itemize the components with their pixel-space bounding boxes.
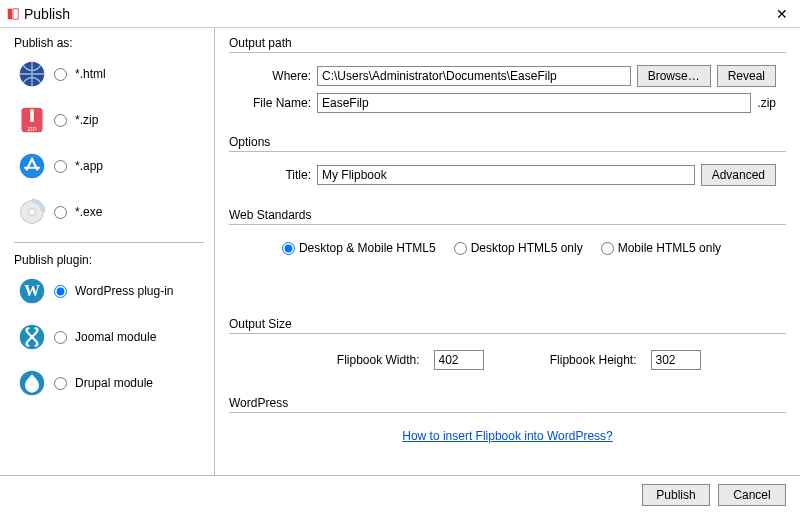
app-store-icon [18,152,46,180]
footer: Publish Cancel [0,475,800,513]
ws-mobile-label: Mobile HTML5 only [618,241,721,255]
flipbook-width-input[interactable] [434,350,484,370]
cancel-button[interactable]: Cancel [718,484,786,506]
output-size-group: Output Size Flipbook Width: Flipbook Hei… [229,317,786,390]
svg-text:ZIP: ZIP [27,125,37,132]
ws-both-label: Desktop & Mobile HTML5 [299,241,436,255]
drupal-icon [18,369,46,397]
ws-mobile-radio[interactable] [601,242,614,255]
filename-ext: .zip [757,96,776,110]
publish-as-html-label: *.html [75,67,106,81]
title-input[interactable] [317,165,695,185]
publish-as-zip-label: *.zip [75,113,98,127]
web-standards-group: Web Standards Desktop & Mobile HTML5 Des… [229,208,786,275]
where-label: Where: [239,69,311,83]
wordpress-help-link[interactable]: How to insert Flipbook into WordPress? [402,429,613,443]
publish-as-exe-label: *.exe [75,205,102,219]
publish-as-app-label: *.app [75,159,103,173]
publish-plugin-label: Publish plugin: [14,253,204,269]
titlebar: Publish ✕ [0,0,800,28]
filename-label: File Name: [239,96,311,110]
output-size-legend: Output Size [229,317,786,334]
disc-icon [18,198,46,226]
ws-mobile[interactable]: Mobile HTML5 only [601,241,721,255]
browse-button[interactable]: Browse… [637,65,711,87]
plugin-joomla[interactable]: Joomal module [18,321,204,353]
plugin-drupal[interactable]: Drupal module [18,367,204,399]
options-group: Options Title: Advanced [229,135,786,202]
publish-as-zip-radio[interactable] [54,114,67,127]
wordpress-icon: W [18,277,46,305]
svg-rect-2 [30,110,34,122]
svg-text:W: W [24,282,40,299]
publish-as-exe-radio[interactable] [54,206,67,219]
web-standards-legend: Web Standards [229,208,786,225]
right-panel: Output path Where: Browse… Reveal File N… [215,28,800,475]
window-title: Publish [24,6,70,22]
reveal-button[interactable]: Reveal [717,65,776,87]
publish-as-zip[interactable]: ZIP *.zip [18,104,204,136]
plugin-drupal-radio[interactable] [54,377,67,390]
plugin-joomla-radio[interactable] [54,331,67,344]
plugin-joomla-label: Joomal module [75,330,156,344]
publish-as-html[interactable]: *.html [18,58,204,90]
ws-desktop-label: Desktop HTML5 only [471,241,583,255]
plugin-wordpress-radio[interactable] [54,285,67,298]
flipbook-height-label: Flipbook Height: [532,353,637,367]
ws-both[interactable]: Desktop & Mobile HTML5 [282,241,436,255]
publish-as-label: Publish as: [14,36,204,52]
sidebar-separator [14,242,204,243]
plugin-wordpress-label: WordPress plug-in [75,284,173,298]
flipbook-height-input[interactable] [651,350,701,370]
output-path-legend: Output path [229,36,786,53]
joomla-icon [18,323,46,351]
publish-as-html-radio[interactable] [54,68,67,81]
sidebar: Publish as: *.html ZIP *.zip *.app [0,28,215,475]
wordpress-group: WordPress How to insert Flipbook into Wo… [229,396,786,467]
publish-as-app[interactable]: *.app [18,150,204,182]
wordpress-legend: WordPress [229,396,786,413]
close-icon[interactable]: ✕ [770,4,794,24]
ws-both-radio[interactable] [282,242,295,255]
flipbook-width-label: Flipbook Width: [315,353,420,367]
app-icon [6,7,20,21]
title-label: Title: [239,168,311,182]
advanced-button[interactable]: Advanced [701,164,776,186]
publish-as-app-radio[interactable] [54,160,67,173]
output-path-group: Output path Where: Browse… Reveal File N… [229,36,786,129]
ws-desktop-radio[interactable] [454,242,467,255]
zip-icon: ZIP [18,106,46,134]
filename-input[interactable] [317,93,751,113]
options-legend: Options [229,135,786,152]
publish-button[interactable]: Publish [642,484,710,506]
ws-desktop[interactable]: Desktop HTML5 only [454,241,583,255]
globe-icon [18,60,46,88]
plugin-wordpress[interactable]: W WordPress plug-in [18,275,204,307]
plugin-drupal-label: Drupal module [75,376,153,390]
where-input[interactable] [317,66,631,86]
publish-as-exe[interactable]: *.exe [18,196,204,228]
svg-point-6 [29,209,36,216]
